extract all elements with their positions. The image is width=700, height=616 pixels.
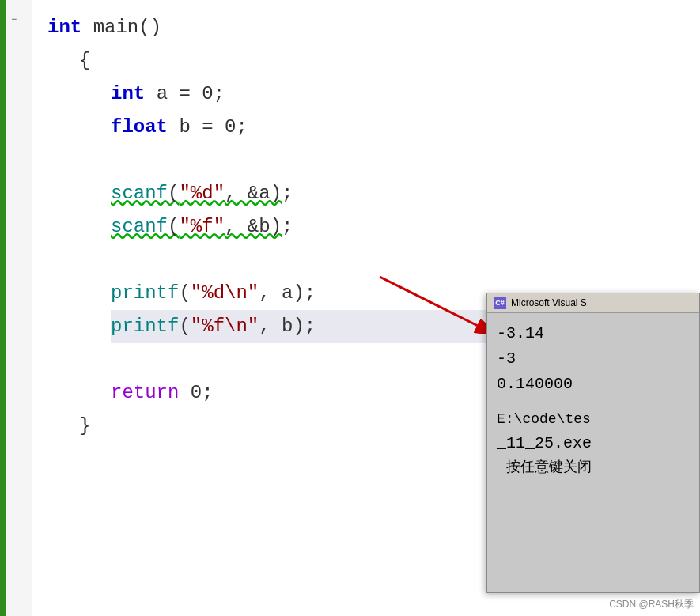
scanf2-str: "%f" <box>179 216 225 237</box>
keyword-int-a: int <box>111 83 145 104</box>
printf1-str: "%d\n" <box>191 282 259 304</box>
line-main: int main() <box>47 11 684 44</box>
code-gutter: − <box>6 0 32 616</box>
line-int-a: int a = 0; <box>111 77 684 111</box>
line-empty-1 <box>47 144 684 177</box>
editor-container: − int main() { int a = 0; float b = 0; s… <box>0 0 700 616</box>
line-brace-open: { <box>79 44 684 77</box>
console-output-line-3: 0.140000 <box>497 372 690 397</box>
fold-icon[interactable]: − <box>11 14 17 25</box>
scanf1-fn: scanf <box>111 183 168 204</box>
green-sidebar-bar <box>0 0 6 616</box>
console-icon: C# <box>494 297 506 309</box>
keyword-int: int <box>47 17 81 38</box>
scope-line <box>21 30 21 569</box>
line-float-b: float b = 0; <box>111 111 684 144</box>
console-output-line-2: -3 <box>497 346 690 372</box>
line-scanf1: scanf("%d", &a); <box>111 177 684 210</box>
console-body: -3.14 -3 0.140000 E:\code\tes _11_25.exe… <box>487 313 699 487</box>
line-scanf2: scanf("%f", &b); <box>111 210 684 244</box>
keyword-return: return <box>111 382 179 403</box>
console-title: Microsoft Visual S <box>511 297 587 308</box>
main-signature: main() <box>93 17 161 38</box>
keyword-float: float <box>111 116 168 138</box>
printf2-fn: printf <box>111 316 179 337</box>
watermark: CSDN @RASH秋季 <box>609 598 694 611</box>
scanf2-fn: scanf <box>111 216 168 237</box>
console-window: C# Microsoft Visual S -3.14 -3 0.140000 … <box>486 293 700 593</box>
console-footer: 按任意键关闭 <box>497 456 690 479</box>
printf2-str: "%f\n" <box>191 316 259 337</box>
console-output-line-1: -3.14 <box>497 321 690 346</box>
printf1-fn: printf <box>111 282 179 304</box>
scanf1-str: "%d" <box>179 183 225 204</box>
console-exe-line: _11_25.exe <box>497 431 690 456</box>
line-empty-2 <box>47 244 684 277</box>
console-titlebar: C# Microsoft Visual S <box>487 293 699 313</box>
console-path-line: E:\code\tes <box>497 408 690 431</box>
